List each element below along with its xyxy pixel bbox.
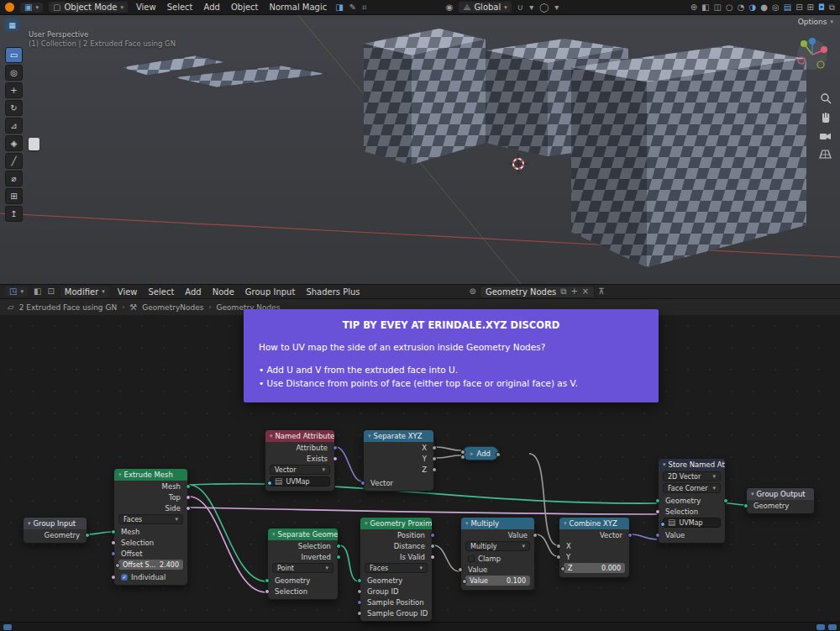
- fake-user-icon[interactable]: ⧉: [560, 287, 566, 296]
- 3d-viewport[interactable]: ▦ User Perspective (1) Collection | 2 Ex…: [0, 15, 840, 284]
- corner-editor-icon[interactable]: [3, 624, 12, 630]
- corner-editor-icon[interactable]: [828, 624, 837, 630]
- socket-name-input[interactable]: [267, 481, 272, 486]
- navigation-gizmo[interactable]: [795, 37, 830, 74]
- node-store-named-attribute[interactable]: ▾ Store Named Attrib... 2D Vector ▾ Face…: [658, 458, 726, 544]
- node-editor-canvas[interactable]: TIP BY EVEY AT ERINDALE.XYZ DISCORD How …: [0, 315, 840, 622]
- node-multiply[interactable]: ▾ Multiply Value Multiply ▾ Clamp Value …: [460, 517, 535, 591]
- collapse-caret-icon[interactable]: ▾: [751, 491, 754, 497]
- node-separate-xyz[interactable]: ▾ Separate XYZ X Y Z Vector: [363, 429, 434, 492]
- modifier-selector[interactable]: Modifier ▾: [60, 287, 109, 297]
- socket-value-input[interactable]: [458, 567, 463, 572]
- socket-exists-output[interactable]: [333, 456, 338, 461]
- collapse-caret-icon[interactable]: ▾: [28, 520, 31, 527]
- render-pass-icon[interactable]: ▤: [784, 3, 791, 12]
- socket-side-output[interactable]: [186, 506, 191, 511]
- value-slider[interactable]: Value 0.100: [465, 576, 530, 586]
- menu-select[interactable]: Select: [165, 3, 196, 12]
- xray-toggle-icon[interactable]: ◫: [714, 3, 722, 12]
- show-gizmo-icon[interactable]: ⊕: [690, 3, 697, 12]
- socket-vector-output[interactable]: [627, 533, 633, 538]
- view-layer-icon[interactable]: ⧉: [829, 3, 835, 12]
- node-geometry-proximity[interactable]: ▾ Geometry Proximity Position Distance I…: [360, 517, 433, 622]
- collapse-caret-icon[interactable]: ▾: [365, 520, 368, 527]
- tree-nav-icon[interactable]: ◧: [34, 287, 41, 296]
- z-value-slider[interactable]: Z 0.000: [564, 563, 625, 573]
- transform-pivot-icon[interactable]: ◉: [446, 3, 454, 12]
- socket-offset-scale-input[interactable]: [115, 563, 120, 568]
- snap-target-icon[interactable]: ▾: [529, 3, 533, 12]
- browse-tree-icon[interactable]: ⊚: [470, 287, 476, 296]
- clamp-checkbox[interactable]: [468, 555, 475, 562]
- visibility-icon[interactable]: ◎: [772, 3, 780, 12]
- socket-x-input[interactable]: [556, 544, 561, 549]
- socket-selection-input[interactable]: [655, 509, 660, 514]
- collapse-caret-icon[interactable]: ▾: [465, 520, 469, 527]
- collapse-caret-icon[interactable]: ▾: [564, 520, 567, 527]
- pin-icon[interactable]: ⊼: [598, 287, 604, 296]
- socket-sample-group-id-input[interactable]: [357, 611, 362, 616]
- operation-dropdown[interactable]: Multiply ▾: [465, 541, 530, 551]
- node-separate-geometry[interactable]: ▾ Separate Geometry Selection Inverted P…: [267, 528, 339, 600]
- socket-attribute-output[interactable]: [333, 445, 338, 450]
- close-icon[interactable]: ×: [582, 287, 589, 296]
- camera-view-icon[interactable]: [819, 131, 832, 141]
- node-combine-xyz[interactable]: ▾ Combine XYZ Vector X Y Z 0.000: [559, 517, 630, 578]
- options-dropdown[interactable]: Options ▾: [798, 18, 833, 26]
- menu-view[interactable]: View: [134, 3, 159, 12]
- snap-magnet-icon[interactable]: ∪: [517, 3, 523, 12]
- collapse-caret-icon[interactable]: ▾: [663, 461, 666, 468]
- socket-value-input[interactable]: [655, 533, 660, 538]
- socket-geometry-input[interactable]: [743, 503, 748, 508]
- socket-x-output[interactable]: [432, 445, 437, 450]
- mode-dropdown[interactable]: Faces ▾: [118, 514, 183, 524]
- socket-value-input[interactable]: [460, 455, 465, 460]
- individual-checkbox[interactable]: ✓: [121, 574, 128, 581]
- socket-mesh-output[interactable]: [186, 484, 191, 489]
- socket-top-output[interactable]: [186, 495, 191, 500]
- perspective-grid-icon[interactable]: [819, 149, 832, 160]
- socket-geometry-input[interactable]: [655, 498, 660, 503]
- expand-caret-icon[interactable]: ▸: [470, 450, 474, 457]
- shading-wireframe-icon[interactable]: ○: [726, 3, 733, 12]
- socket-name-input[interactable]: [660, 522, 665, 527]
- collapse-caret-icon[interactable]: ▾: [118, 471, 122, 478]
- shading-solid-icon[interactable]: ◔: [738, 3, 745, 12]
- socket-geometry-output[interactable]: [85, 533, 90, 538]
- annotation-icon[interactable]: ⊞: [807, 3, 814, 12]
- socket-selection-input[interactable]: [111, 540, 116, 545]
- data-type-dropdown[interactable]: Vector ▾: [270, 465, 330, 475]
- socket-geometry-output[interactable]: [723, 498, 728, 503]
- snap-node-icon[interactable]: ⊡: [47, 287, 54, 296]
- domain-dropdown[interactable]: Point ▾: [272, 563, 333, 573]
- data-type-dropdown[interactable]: 2D Vector ▾: [663, 471, 721, 481]
- grease-pencil-icon[interactable]: ✎: [349, 3, 356, 12]
- socket-z-input[interactable]: [560, 566, 565, 571]
- menu-add[interactable]: Add: [202, 3, 223, 12]
- socket-distance-output[interactable]: [430, 544, 435, 549]
- socket-value-output[interactable]: [496, 452, 501, 457]
- menu-object[interactable]: Object: [228, 3, 261, 12]
- tool-move[interactable]: +: [5, 82, 23, 98]
- socket-selection-output[interactable]: [336, 544, 341, 549]
- socket-value2-input[interactable]: [462, 579, 467, 584]
- overlays-icon[interactable]: ◧: [701, 3, 709, 12]
- socket-position-output[interactable]: [430, 533, 435, 538]
- tool-rotate[interactable]: ↻: [5, 100, 23, 116]
- tool-annotate[interactable]: ╱: [5, 153, 23, 169]
- new-tree-icon[interactable]: +: [570, 287, 577, 296]
- socket-mesh-input[interactable]: [111, 529, 116, 534]
- collapse-caret-icon[interactable]: ▾: [270, 433, 273, 439]
- zoom-icon[interactable]: [820, 92, 832, 104]
- node-group-output[interactable]: ▾ Group Output Geometry: [746, 487, 815, 514]
- socket-is-valid-output[interactable]: [430, 555, 435, 560]
- socket-geometry-input[interactable]: [357, 578, 362, 583]
- editor-type-button[interactable]: ▣ ▾: [20, 3, 43, 13]
- breadcrumb-object[interactable]: 2 Extruded Face using GN: [19, 303, 117, 312]
- attribute-name-field[interactable]: ▤ UVMap: [270, 476, 330, 486]
- node-group-input[interactable]: ▾ Group Input Geometry: [23, 517, 87, 544]
- mode-selector[interactable]: ▢ Object Mode ▾: [49, 2, 128, 13]
- node-named-attribute[interactable]: ▾ Named Attribute Attribute Exists Vecto…: [265, 429, 335, 492]
- tool-measure[interactable]: ⌀: [5, 171, 23, 187]
- compositor-icon[interactable]: ⊟: [795, 3, 802, 12]
